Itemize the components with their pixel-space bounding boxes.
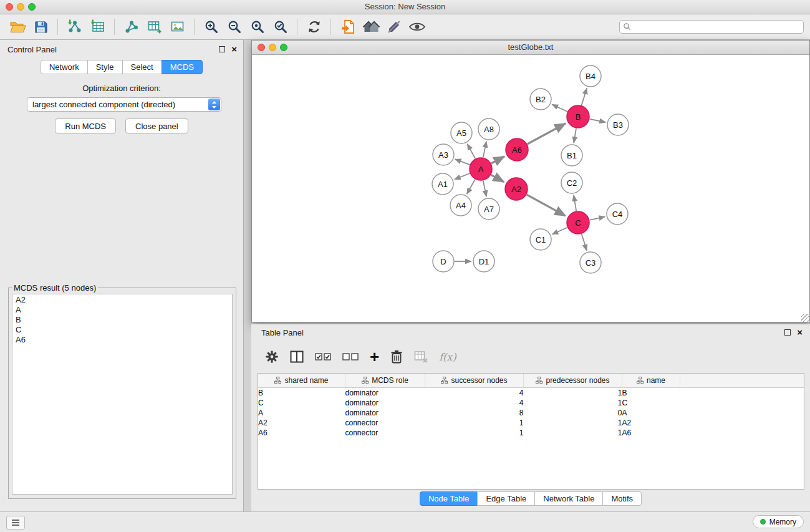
close-panel-button[interactable]: Close panel xyxy=(125,118,188,133)
minimize-traffic-light[interactable] xyxy=(269,44,276,51)
table-cell[interactable]: A2 xyxy=(258,418,345,428)
import-table-button[interactable] xyxy=(86,17,109,36)
open-session-button[interactable] xyxy=(6,17,29,36)
zoom-traffic-light[interactable] xyxy=(280,44,287,51)
criterion-dropdown[interactable]: largest connected component (directed) xyxy=(27,97,221,112)
edge-A-A6[interactable] xyxy=(491,157,504,163)
home-layout-button[interactable] xyxy=(359,17,382,36)
edge-A-A8[interactable] xyxy=(483,142,486,158)
column-header-MCDS-role[interactable]: MCDS role xyxy=(345,374,425,388)
table-settings-button[interactable] xyxy=(265,350,279,364)
table-cell[interactable]: connector xyxy=(345,428,425,438)
deselect-all-button[interactable] xyxy=(342,352,359,361)
select-all-button[interactable] xyxy=(315,352,331,361)
table-cell[interactable]: B xyxy=(622,388,680,399)
tab-style[interactable]: Style xyxy=(87,60,123,74)
edge-A-A3[interactable] xyxy=(455,159,470,165)
edge-A-A2[interactable] xyxy=(491,175,504,182)
table-cell[interactable]: A6 xyxy=(258,428,345,438)
table-cell[interactable]: 1 xyxy=(524,428,622,438)
table-cell[interactable]: 1 xyxy=(425,418,524,428)
table-row[interactable]: Adominator80A xyxy=(258,408,804,418)
table-cell[interactable]: 0 xyxy=(524,408,622,418)
new-network-button[interactable] xyxy=(120,17,143,36)
first-neighbors-button[interactable] xyxy=(336,17,359,36)
tab-mcds[interactable]: MCDS xyxy=(162,60,203,74)
table-cell[interactable]: dominator xyxy=(345,388,425,399)
table-cell[interactable]: A xyxy=(258,408,345,418)
export-table-button[interactable] xyxy=(143,17,166,36)
table-row[interactable]: A6connector11A6 xyxy=(258,428,804,438)
import-network-button[interactable] xyxy=(63,17,86,36)
save-session-button[interactable] xyxy=(29,17,52,36)
table-cell[interactable]: dominator xyxy=(345,398,425,408)
table-row[interactable]: Cdominator41C xyxy=(258,398,804,408)
table-cell[interactable]: B xyxy=(258,388,345,399)
zoom-out-button[interactable] xyxy=(223,17,246,36)
resize-grip[interactable] xyxy=(801,314,809,322)
refresh-view-button[interactable] xyxy=(302,17,325,36)
memory-button[interactable]: Memory xyxy=(753,515,804,528)
edge-A-A4[interactable] xyxy=(467,180,475,195)
zoom-in-button[interactable] xyxy=(200,17,223,36)
table-cell[interactable]: 4 xyxy=(425,388,524,399)
table-cell[interactable]: A2 xyxy=(622,418,680,428)
table-cell[interactable]: 1 xyxy=(524,398,622,408)
zoom-selected-button[interactable] xyxy=(269,17,292,36)
zoom-fit-button[interactable] xyxy=(246,17,269,36)
export-image-button[interactable] xyxy=(166,17,189,36)
column-header-name[interactable]: name xyxy=(622,374,680,388)
column-header-successor-nodes[interactable]: successor nodes xyxy=(425,374,524,388)
table-cell[interactable]: C xyxy=(622,398,680,408)
table-cell[interactable]: dominator xyxy=(345,408,425,418)
edge-B-B2[interactable] xyxy=(552,105,567,112)
table-cell[interactable]: connector xyxy=(345,418,425,428)
mcds-result-list[interactable]: A2ABCA6 xyxy=(12,294,233,495)
network-canvas[interactable]: AA1A2A3A4A5A6A7A8BB1B2B3B4CC1C2C3C4DD1 xyxy=(252,55,809,322)
tab-edge-table[interactable]: Edge Table xyxy=(477,491,535,506)
annotation-button[interactable] xyxy=(382,17,405,36)
edge-B-B1[interactable] xyxy=(574,128,576,143)
tab-motifs[interactable]: Motifs xyxy=(602,491,642,506)
table-row[interactable]: A2connector11A2 xyxy=(258,418,804,428)
table-cell[interactable]: 1 xyxy=(524,418,622,428)
close-panel-icon[interactable]: × xyxy=(231,46,237,52)
table-cell[interactable]: A6 xyxy=(622,428,680,438)
table-cell[interactable]: A xyxy=(622,408,680,418)
edge-C-C2[interactable] xyxy=(574,195,576,211)
edge-C-C3[interactable] xyxy=(582,234,587,251)
column-header-shared-name[interactable]: shared name xyxy=(258,374,345,388)
edge-A-A5[interactable] xyxy=(468,144,476,158)
function-builder-button[interactable]: f(x) xyxy=(439,351,456,363)
search-input[interactable] xyxy=(619,20,804,34)
tab-network-table[interactable]: Network Table xyxy=(534,491,603,506)
tab-select[interactable]: Select xyxy=(122,60,162,74)
edge-C-C4[interactable] xyxy=(590,216,605,220)
close-traffic-light[interactable] xyxy=(258,44,265,51)
task-history-button[interactable] xyxy=(6,516,25,530)
table-cell[interactable]: 4 xyxy=(425,398,524,408)
tab-network[interactable]: Network xyxy=(41,60,88,74)
edge-B-B3[interactable] xyxy=(590,119,606,122)
edge-C-C1[interactable] xyxy=(552,228,567,235)
table-cell[interactable]: 8 xyxy=(425,408,524,418)
table-row[interactable]: Bdominator41B xyxy=(258,388,804,399)
show-hide-button[interactable] xyxy=(405,17,428,36)
float-panel-icon[interactable] xyxy=(784,329,791,336)
close-panel-icon[interactable]: × xyxy=(797,329,803,336)
table-cell[interactable]: 1 xyxy=(524,388,622,399)
network-graph[interactable]: AA1A2A3A4A5A6A7A8BB1B2B3B4CC1C2C3C4DD1 xyxy=(252,55,809,322)
table-cell[interactable]: 1 xyxy=(425,428,524,438)
add-column-button[interactable]: + xyxy=(370,351,379,363)
table-cell[interactable]: C xyxy=(258,398,345,408)
tab-node-table[interactable]: Node Table xyxy=(420,491,478,506)
edge-B-B4[interactable] xyxy=(582,88,587,105)
network-window-titlebar[interactable]: testGlobe.txt xyxy=(252,41,809,55)
column-header-predecessor-nodes[interactable]: predecessor nodes xyxy=(524,374,622,388)
delete-column-button[interactable] xyxy=(390,350,403,364)
edge-A-A1[interactable] xyxy=(455,173,470,180)
run-mcds-button[interactable]: Run MCDS xyxy=(55,118,116,133)
edge-A6-B[interactable] xyxy=(528,123,566,144)
delete-table-button[interactable] xyxy=(414,351,428,363)
edge-A2-C[interactable] xyxy=(527,195,566,216)
